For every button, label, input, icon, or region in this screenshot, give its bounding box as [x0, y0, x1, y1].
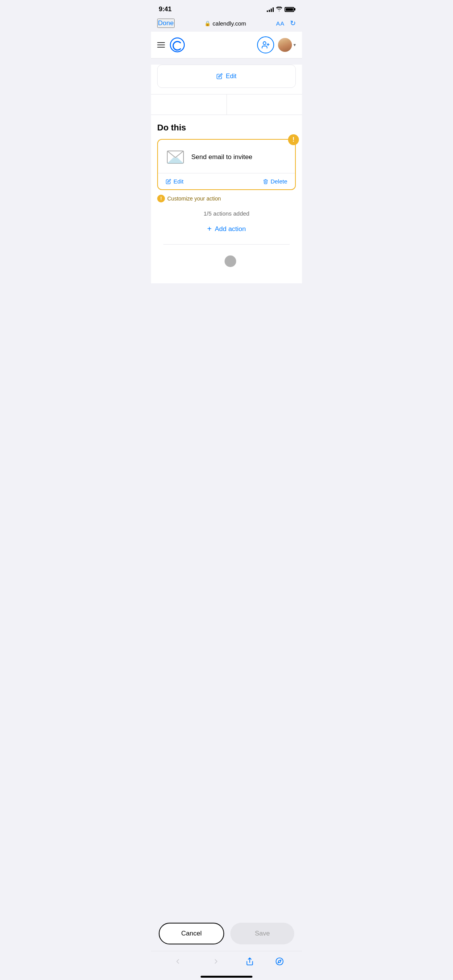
action-label: Send email to invitee: [191, 153, 252, 161]
action-content: Send email to invitee: [158, 140, 295, 173]
browser-actions: AA ↻: [276, 19, 296, 27]
refresh-icon[interactable]: ↻: [290, 19, 296, 27]
add-action-label: Add action: [215, 225, 246, 233]
add-user-button[interactable]: [257, 36, 274, 53]
warning-message: ! Customize your action: [157, 195, 296, 202]
action-buttons: Edit Delete: [158, 173, 295, 189]
avatar: [278, 38, 292, 52]
browser-url-text: calendly.com: [213, 20, 246, 27]
separator: [163, 244, 290, 245]
signal-bars-icon: [267, 7, 274, 12]
status-time: 9:41: [159, 5, 172, 13]
browser-url-bar: 🔒 calendly.com: [204, 20, 246, 27]
user-avatar-button[interactable]: ▾: [278, 38, 296, 52]
edit-button[interactable]: Edit: [216, 73, 237, 80]
chevron-down-icon: ▾: [293, 42, 296, 48]
trash-icon: [263, 179, 268, 184]
wifi-icon: [276, 7, 282, 12]
action-edit-label: Edit: [173, 178, 184, 185]
status-bar: 9:41: [151, 0, 302, 16]
calendly-logo: [170, 37, 185, 53]
hamburger-menu-button[interactable]: [157, 42, 165, 48]
action-edit-button[interactable]: Edit: [166, 178, 226, 185]
edit-label: Edit: [226, 73, 237, 80]
pencil-icon: [216, 73, 223, 79]
spacer: [151, 252, 302, 283]
do-this-section: Do this ! Send email to invitee: [151, 115, 302, 252]
email-icon: [166, 147, 185, 167]
action-delete-label: Delete: [271, 178, 287, 185]
warning-dot-icon: !: [157, 195, 165, 202]
browser-bar: Done 🔒 calendly.com AA ↻: [151, 16, 302, 32]
aa-button[interactable]: AA: [276, 20, 285, 27]
plus-icon: +: [207, 224, 212, 233]
app-header: ▾: [151, 32, 302, 58]
tab-divider: [151, 94, 302, 115]
main-content: Edit Do this ! Send email to invitee: [151, 65, 302, 283]
tab-col-right: [227, 94, 302, 115]
actions-count: 1/5 actions added: [157, 210, 296, 217]
browser-done-button[interactable]: Done: [157, 19, 175, 28]
warning-badge: !: [288, 134, 299, 145]
svg-point-1: [263, 42, 266, 45]
add-action-button[interactable]: + Add action: [157, 221, 296, 236]
warning-text-label: Customize your action: [167, 195, 221, 202]
status-icons: [267, 7, 294, 12]
add-user-icon: [261, 41, 270, 49]
lock-icon: 🔒: [204, 21, 211, 26]
header-left: [157, 37, 185, 53]
battery-icon: [285, 7, 294, 12]
action-delete-button[interactable]: Delete: [226, 178, 287, 185]
header-right: ▾: [257, 36, 296, 53]
action-pencil-icon: [166, 179, 171, 184]
edit-card: Edit: [157, 65, 296, 88]
do-this-title: Do this: [157, 123, 296, 133]
action-card: ! Send email to invitee E: [157, 139, 296, 190]
tab-col-left: [151, 94, 227, 115]
